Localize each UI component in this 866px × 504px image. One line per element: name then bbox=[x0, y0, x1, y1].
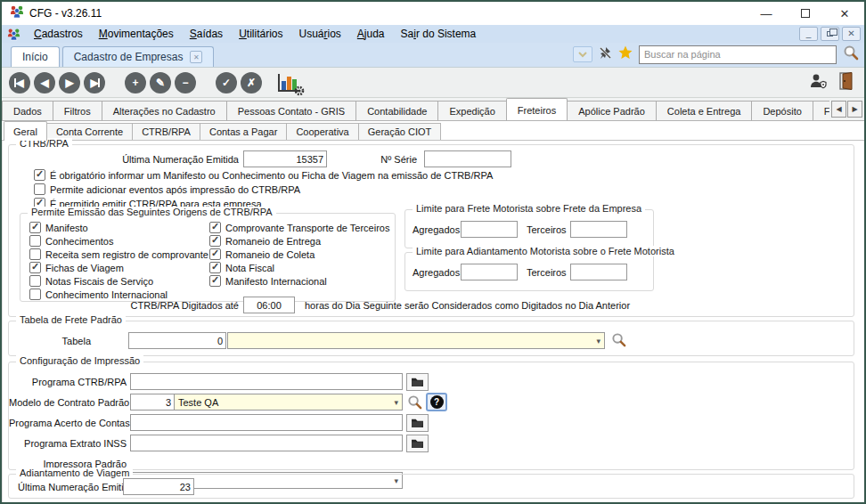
checkbox-row[interactable]: Fichas de Viagem bbox=[29, 262, 208, 273]
tabela-numero-input[interactable] bbox=[128, 332, 226, 349]
programa-acerto-input[interactable] bbox=[130, 414, 403, 431]
reports-chart-button[interactable] bbox=[278, 74, 299, 92]
sub-tab[interactable]: Geração CIOT bbox=[358, 123, 442, 140]
main-tab[interactable]: Coleta e Entrega bbox=[656, 101, 753, 120]
checkbox[interactable] bbox=[29, 222, 41, 233]
main-tab[interactable]: Apólice Padrão bbox=[567, 101, 657, 120]
tab-scroll-right[interactable]: ▶ bbox=[847, 101, 862, 118]
minimize-button[interactable]: — bbox=[747, 2, 786, 25]
tabs-overflow-button[interactable] bbox=[573, 46, 592, 62]
maximize-button[interactable] bbox=[786, 2, 825, 25]
checkbox-row[interactable]: Permite adicionar eventos após impressão… bbox=[34, 183, 493, 195]
search-icon[interactable] bbox=[843, 45, 859, 64]
modelo-combo[interactable]: Teste QA ▾ bbox=[174, 394, 403, 411]
delete-record-button[interactable]: − bbox=[175, 72, 196, 93]
checkbox-row[interactable]: Receita sem registro de comprovante bbox=[29, 248, 208, 260]
checkbox[interactable] bbox=[34, 169, 45, 181]
unpin-icon[interactable] bbox=[599, 46, 612, 63]
main-tab[interactable]: Pessoas Contato - GRIS bbox=[226, 101, 356, 120]
folder-browse-button[interactable] bbox=[406, 373, 429, 391]
checkbox[interactable] bbox=[209, 235, 221, 247]
checkbox-row[interactable]: Notas Fiscais de Serviço bbox=[29, 275, 208, 287]
menu-item[interactable]: Usuários bbox=[290, 28, 348, 40]
checkbox-row[interactable]: Nota Fiscal bbox=[209, 262, 389, 273]
limite-adiantamento-agregados-input[interactable] bbox=[461, 264, 518, 280]
next-record-button[interactable]: ▶ bbox=[59, 72, 80, 93]
main-tab[interactable]: Filtros bbox=[53, 101, 102, 120]
limite-adiantamento-terceiros-input[interactable] bbox=[570, 264, 627, 280]
checkbox-label: Romaneio de Entrega bbox=[225, 236, 321, 247]
favorites-star-icon[interactable] bbox=[618, 45, 633, 63]
mdi-restore-button[interactable] bbox=[821, 27, 839, 41]
adiantamento-numeracao-input[interactable] bbox=[123, 478, 194, 495]
main-tab[interactable]: Alterações no Cadastro bbox=[102, 101, 227, 120]
tabela-search-icon[interactable] bbox=[611, 332, 626, 351]
cancel-button[interactable]: ✗ bbox=[241, 72, 262, 93]
tab-scroll-left[interactable]: ◀ bbox=[831, 101, 846, 118]
checkbox[interactable] bbox=[29, 262, 41, 273]
checkbox-row[interactable]: Comprovante Transporte de Terceiros bbox=[209, 222, 389, 233]
sub-tab[interactable]: Contas a Pagar bbox=[200, 123, 287, 140]
search-input[interactable] bbox=[639, 45, 837, 64]
checkbox-row[interactable]: Romaneio de Entrega bbox=[209, 235, 389, 247]
checkbox-row[interactable]: Conhecimento Internacional bbox=[29, 289, 208, 300]
tabela-combo[interactable]: ▾ bbox=[227, 332, 605, 349]
checkbox-row[interactable]: Conhecimentos bbox=[29, 235, 208, 247]
sub-tab[interactable]: CTRB/RPA bbox=[132, 123, 200, 140]
close-button[interactable]: ✕ bbox=[825, 2, 864, 25]
menu-item[interactable]: Movimentações bbox=[91, 28, 182, 40]
menu-item[interactable]: Cadastros bbox=[26, 28, 91, 40]
sub-tab[interactable]: Geral bbox=[4, 121, 47, 141]
user-permissions-icon[interactable] bbox=[809, 73, 827, 93]
main-tab[interactable]: Expedição bbox=[437, 101, 506, 120]
checkbox[interactable] bbox=[29, 248, 41, 260]
programa-inss-input[interactable] bbox=[130, 435, 403, 451]
num-serie-input[interactable] bbox=[424, 150, 511, 167]
modelo-contrato-label: Modelo de Contrato Padrão bbox=[9, 397, 127, 408]
menu-item[interactable]: Saídas bbox=[182, 28, 231, 40]
menu-item[interactable]: Sair do Sistema bbox=[393, 28, 485, 40]
checkbox[interactable] bbox=[209, 262, 221, 273]
checkbox-row[interactable]: Romaneio de Coleta bbox=[209, 248, 389, 260]
main-tab[interactable]: Depósito bbox=[751, 101, 813, 120]
ultima-numeracao-input[interactable] bbox=[243, 150, 327, 167]
menu-item[interactable]: Utilitários bbox=[231, 28, 290, 40]
checkbox[interactable] bbox=[29, 275, 41, 287]
main-tab[interactable]: Freteiros bbox=[506, 98, 568, 120]
limite-frete-terceiros-input[interactable] bbox=[570, 221, 627, 238]
checkbox-row[interactable]: É obrigatório informar um Manifesto ou C… bbox=[34, 169, 493, 181]
exit-door-button[interactable] bbox=[839, 72, 854, 93]
main-tab[interactable]: Faturamento bbox=[813, 101, 829, 120]
main-tab[interactable]: Dados bbox=[2, 101, 53, 120]
programa-ctrb-input[interactable] bbox=[130, 373, 403, 390]
checkbox-row[interactable]: Manifesto bbox=[29, 222, 208, 233]
modelo-search-icon[interactable] bbox=[407, 394, 422, 413]
sub-tab[interactable]: Cooperativa bbox=[286, 123, 358, 140]
confirm-button[interactable]: ✓ bbox=[216, 72, 237, 93]
checkbox[interactable] bbox=[34, 183, 45, 195]
main-tab[interactable]: Contabilidade bbox=[355, 101, 438, 120]
first-record-button[interactable]: ◀ bbox=[9, 72, 30, 93]
checkbox[interactable] bbox=[209, 275, 221, 287]
checkbox[interactable] bbox=[209, 222, 221, 233]
doc-tab-inicio[interactable]: Início bbox=[11, 46, 60, 67]
menu-item[interactable]: Ajuda bbox=[349, 28, 393, 40]
checkbox[interactable] bbox=[29, 235, 41, 247]
limite-frete-agregados-input[interactable] bbox=[461, 221, 518, 238]
mdi-close-button[interactable]: ✕ bbox=[842, 27, 861, 41]
checkbox[interactable] bbox=[209, 248, 221, 260]
digitados-ate-input[interactable] bbox=[243, 297, 295, 313]
last-record-button[interactable]: ▶ bbox=[84, 72, 105, 93]
folder-browse-button[interactable] bbox=[406, 414, 429, 432]
modelo-numero-input[interactable] bbox=[130, 394, 175, 411]
checkbox[interactable] bbox=[29, 289, 41, 300]
edit-record-button[interactable]: ✎ bbox=[150, 72, 171, 93]
tab-close-icon[interactable]: ✕ bbox=[190, 51, 202, 63]
checkbox-row[interactable]: Manifesto Internacional bbox=[209, 275, 389, 287]
previous-record-button[interactable]: ◀ bbox=[34, 72, 55, 93]
doc-tab-cadastro-empresas[interactable]: Cadastro de Empresas ✕ bbox=[62, 46, 215, 67]
mdi-minimize-button[interactable]: _ bbox=[799, 27, 818, 41]
help-button[interactable]: ? bbox=[426, 393, 447, 411]
folder-browse-button[interactable] bbox=[406, 435, 429, 452]
add-record-button[interactable]: + bbox=[125, 72, 146, 93]
